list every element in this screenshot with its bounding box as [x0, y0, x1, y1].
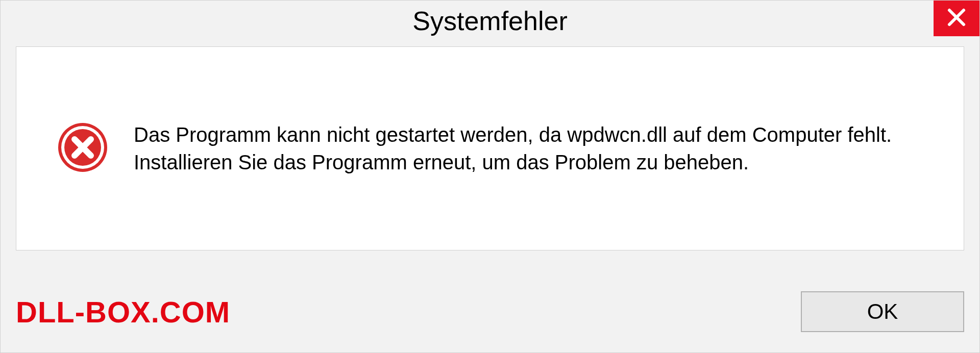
close-button[interactable] — [934, 1, 979, 36]
content-area: Das Programm kann nicht gestartet werden… — [16, 46, 964, 250]
error-dialog: Systemfehler Das Programm kann nicht ges… — [0, 0, 980, 353]
ok-button[interactable]: OK — [801, 291, 964, 332]
dialog-title: Systemfehler — [412, 6, 567, 36]
dialog-footer: DLL-BOX.COM OK — [16, 286, 964, 337]
watermark-text: DLL-BOX.COM — [16, 295, 230, 329]
error-icon — [57, 122, 108, 175]
titlebar: Systemfehler — [1, 1, 979, 41]
ok-button-label: OK — [867, 299, 898, 324]
error-message: Das Programm kann nicht gestartet werden… — [134, 121, 943, 176]
close-icon — [946, 7, 967, 30]
